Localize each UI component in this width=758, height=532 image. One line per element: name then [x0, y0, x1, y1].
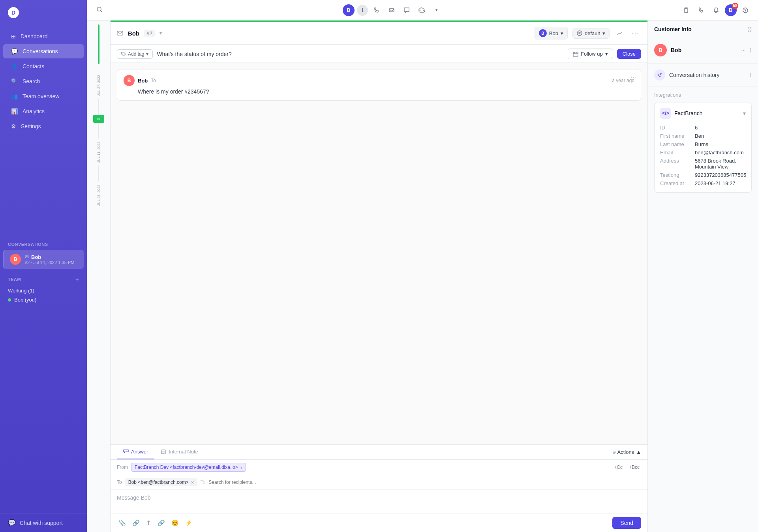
more-dots-icon: ··· — [632, 30, 639, 37]
integration-collapse-icon[interactable]: ▾ — [743, 110, 746, 116]
timeline-date-1: JUL 27, 2022 — [97, 72, 101, 99]
emoji-icon[interactable]: 😊 — [170, 518, 180, 528]
bcc-button[interactable]: +Bcc — [627, 464, 641, 471]
panel-expand-icon[interactable]: ⟩⟩ — [748, 26, 752, 32]
cc-button[interactable]: +Cc — [612, 464, 624, 471]
timeline-date-3: JUL 25, 2022 — [97, 182, 101, 209]
more-options-button[interactable]: ··· — [630, 28, 641, 39]
topbar-search-button[interactable] — [93, 3, 106, 17]
link2-icon[interactable]: 🔗 — [156, 518, 167, 528]
integration-header[interactable]: </> FactBranch ▾ — [655, 103, 751, 124]
to-chip-remove-button[interactable]: ✕ — [191, 480, 194, 485]
info-icon-topbar[interactable]: i — [357, 5, 368, 16]
from-label: From — [117, 465, 128, 470]
conversation-header: Bob #2 ▾ B Bob ▾ default ▾ — [111, 22, 647, 45]
contact-avatar-topbar[interactable]: B — [343, 4, 355, 16]
second-to-label: To — [201, 480, 206, 485]
queue-button[interactable]: default ▾ — [572, 28, 610, 39]
conv-name: Bob — [31, 254, 41, 260]
answer-tab[interactable]: Answer — [117, 445, 154, 459]
dropdown-icon-topbar[interactable]: ▾ — [430, 4, 443, 17]
conversation-history-row[interactable]: ↺ Conversation history ⟩ — [648, 64, 758, 86]
svg-line-1 — [101, 11, 102, 12]
followup-chevron-icon: ▾ — [605, 51, 608, 57]
recipients-search-input[interactable] — [208, 480, 641, 485]
send-button[interactable]: Send — [612, 517, 641, 529]
cloud-icon-topbar[interactable] — [415, 4, 428, 17]
assignee-avatar: B — [539, 29, 547, 37]
to-label: To — [117, 480, 122, 485]
link-icon[interactable]: 🔗 — [131, 518, 141, 528]
assignee-button[interactable]: B Bob ▾ — [535, 27, 568, 39]
active-conversation-item[interactable]: B ✉ Bob #2 · Jul 14, 2022 1:35 PM — [3, 250, 84, 269]
created-at-label: Created at — [660, 180, 692, 186]
internal-note-tab[interactable]: Internal Note — [154, 445, 204, 459]
sidebar-item-contacts[interactable]: 👤 Contacts — [3, 59, 84, 73]
svg-rect-9 — [573, 52, 578, 56]
upload-icon[interactable]: ⬆ — [144, 518, 153, 528]
team-working: Working (1) — [0, 286, 87, 295]
actions-button[interactable]: Actions ▲ — [617, 446, 641, 458]
customer-expand-icon[interactable]: ⟩ — [750, 47, 752, 53]
reply-body[interactable]: Message Bob — [111, 490, 647, 513]
conversation-number-chevron[interactable]: ▾ — [159, 30, 162, 36]
timeline-green-bar — [98, 24, 99, 64]
conv-meta: #2 · Jul 14, 2022 1:35 PM — [25, 260, 78, 265]
team-member-name: Bob (you) — [14, 297, 36, 303]
message-more-button[interactable]: ··· — [631, 74, 636, 81]
question-icon — [742, 7, 749, 13]
phone-icon-topbar[interactable] — [370, 4, 383, 17]
integration-name: FactBranch — [674, 110, 740, 116]
chat-support-label: Chat with support — [20, 520, 63, 526]
message-direction: To — [151, 78, 156, 83]
add-tag-button[interactable]: Add tag ▾ — [117, 49, 153, 59]
team-add-button[interactable]: + — [75, 276, 79, 283]
reply-to-row: To Bob <ben@factbranch.com> ✕ To — [111, 475, 647, 490]
user-avatar-topbar[interactable]: B 58 — [725, 4, 737, 16]
phone-right-icon[interactable] — [695, 4, 707, 17]
timeline-email-icon[interactable]: ✉ — [93, 115, 104, 123]
sidebar-item-search[interactable]: 🔍 Search — [3, 74, 84, 88]
follow-up-button[interactable]: Follow up ▾ — [568, 49, 613, 59]
trend-icon-button[interactable] — [614, 28, 625, 39]
clipboard-icon[interactable] — [680, 4, 692, 17]
customer-more-button[interactable]: ··· — [741, 47, 746, 53]
bell-icon — [713, 7, 719, 13]
clipboard-svg-icon — [683, 7, 689, 13]
main-area: B i — [87, 0, 758, 532]
chat-icon-topbar[interactable] — [400, 4, 413, 17]
close-button[interactable]: Close — [617, 49, 641, 59]
list-icon-button[interactable] — [612, 446, 617, 458]
answer-tab-label: Answer — [131, 449, 148, 455]
sidebar-item-dashboard[interactable]: ⊞ Dashboard — [3, 29, 84, 43]
notification-icon[interactable] — [710, 4, 722, 17]
chat-support-button[interactable]: 💬 Chat with support — [0, 513, 87, 532]
svg-rect-6 — [117, 31, 123, 35]
team-member-item: Bob (you) — [0, 295, 87, 304]
calendar-icon — [573, 51, 578, 57]
settings-icon: ⚙ — [11, 123, 16, 129]
attachment-icon[interactable]: 📎 — [117, 518, 128, 528]
sidebar: D ⊞ Dashboard 💬 Conversations 👤 Contacts… — [0, 0, 87, 532]
queue-label: default — [585, 30, 600, 36]
sidebar-item-conversations[interactable]: 💬 Conversations — [3, 44, 84, 58]
lightning-icon[interactable]: ⚡ — [184, 518, 194, 528]
sidebar-nav: ⊞ Dashboard 💬 Conversations 👤 Contacts 🔍… — [0, 25, 87, 237]
sidebar-item-analytics[interactable]: 📊 Analytics — [3, 104, 84, 118]
help-icon[interactable] — [739, 4, 752, 17]
sidebar-item-settings[interactable]: ⚙ Settings — [3, 119, 84, 133]
sidebar-item-team-overview[interactable]: 👥 Team overview — [3, 89, 84, 103]
assignee-label: Bob — [549, 30, 558, 36]
team-header: Team + — [0, 273, 87, 286]
team-section: Team + Working (1) Bob (you) — [0, 270, 87, 307]
timeline: JUL 27, 2022 ✉ JUL 11, 2022 JUL 25, 2022 — [87, 21, 111, 532]
integration-data: ID 6 First name Ben Last name Burns Em — [655, 124, 751, 192]
from-value-chip[interactable]: FactBranch Dev <factbranch-dev@email.dix… — [131, 463, 246, 472]
email-icon-topbar[interactable] — [385, 4, 398, 17]
from-value-chevron[interactable]: ▾ — [240, 465, 242, 470]
conv-avatar: B — [10, 254, 21, 265]
sidebar-item-label: Search — [23, 78, 40, 84]
email-row: Email ben@factbranch.com — [660, 148, 746, 157]
conversation-subject-bar: Add tag ▾ What's the status of my order?… — [111, 45, 647, 63]
reply-toolbar: 📎 🔗 ⬆ 🔗 😊 ⚡ Send — [111, 513, 647, 532]
